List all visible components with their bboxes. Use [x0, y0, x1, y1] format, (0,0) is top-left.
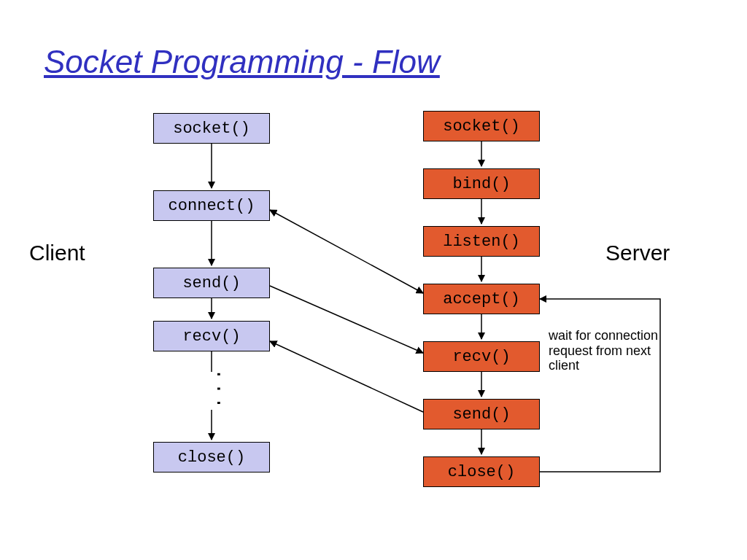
client-send-box: send() [153, 268, 270, 298]
client-close-box: close() [153, 442, 270, 472]
page-title: Socket Programming - Flow [44, 44, 440, 80]
client-connect-box: connect() [153, 190, 270, 221]
client-recv-box: recv() [153, 321, 270, 351]
arrows-layer [0, 0, 747, 560]
client-label: Client [29, 241, 85, 265]
server-listen-box: listen() [423, 226, 540, 257]
server-accept-box: accept() [423, 284, 540, 314]
client-ellipsis: ... [212, 369, 233, 412]
client-socket-box: socket() [153, 113, 270, 144]
server-bind-box: bind() [423, 168, 540, 199]
server-send-box: send() [423, 399, 540, 429]
server-socket-box: socket() [423, 111, 540, 141]
server-label: Server [605, 241, 670, 265]
server-close-box: close() [423, 456, 540, 487]
server-recv-box: recv() [423, 341, 540, 372]
svg-line-13 [270, 341, 423, 412]
svg-line-12 [270, 286, 423, 353]
loopback-note: wait for connection request from next cl… [549, 328, 680, 373]
svg-line-11 [270, 210, 423, 293]
